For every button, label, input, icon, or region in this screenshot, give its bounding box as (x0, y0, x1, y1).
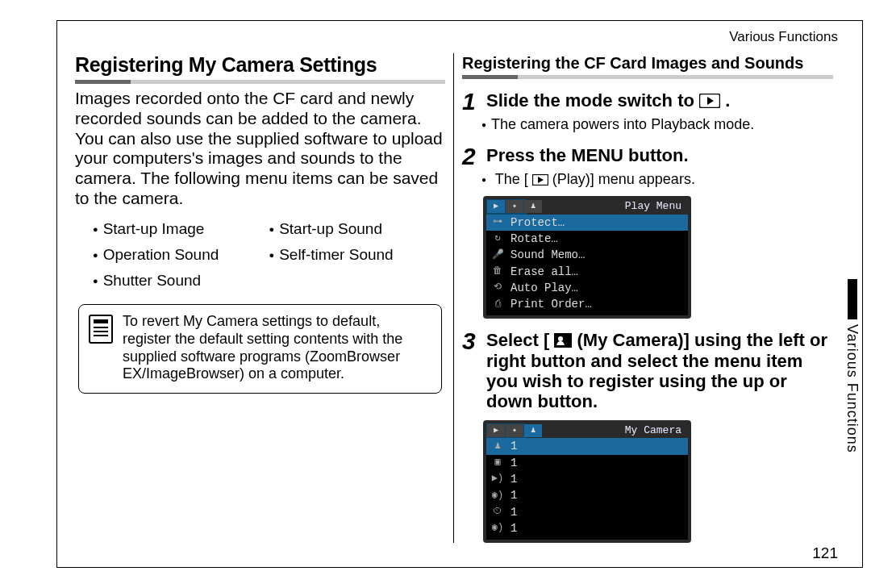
lcd-erase-icon: 🗑 (491, 265, 504, 278)
lcd-my-camera: ▶ ✦ ♟ My Camera ♟1 ▣1 ▶)1 ◉)1 ⏲1 ◉)1 (483, 420, 691, 544)
lcd-row-label: Erase all… (511, 264, 578, 280)
step-title: Press the MENU button. (486, 145, 689, 165)
lcd-row-label: Protect… (511, 215, 565, 231)
lcd-row-label: Auto Play… (511, 280, 578, 296)
lcd-row: 🎤Sound Memo… (486, 247, 688, 263)
step-number: 1 (462, 90, 480, 112)
lcd-row-value: 1 (511, 471, 517, 487)
step-title: Select [ (My Camera)] using the left or … (486, 330, 833, 411)
playback-icon (699, 94, 720, 108)
manual-page: Various Functions Registering My Camera … (0, 0, 871, 588)
step-title-text: Select [ (486, 330, 549, 350)
lcd-mic-icon: 🎤 (491, 248, 504, 262)
list-item: Self-timer Sound (269, 246, 446, 264)
lcd-tab-mycamera-icon: ♟ (524, 200, 542, 213)
list-item: Start-up Sound (269, 220, 446, 238)
step-title-text: . (725, 90, 730, 111)
lcd-autoplay-icon: ⟲ (491, 281, 504, 294)
lcd-row-value: 1 (511, 504, 517, 520)
lcd-row: ◉)1 (486, 487, 688, 503)
lcd-opsnd-icon: ◉) (491, 489, 504, 503)
lcd-row: ♟1 (486, 438, 688, 454)
step-1: 1 Slide the mode switch to . The camera … (462, 90, 833, 134)
step-detail: The camera powers into Playback mode. (481, 115, 833, 134)
side-tab: Various Functions (844, 279, 861, 453)
lcd-row: ⏲1 (486, 504, 688, 520)
lcd-row: ↻Rotate… (486, 231, 688, 247)
lcd-print-icon: ⎙ (491, 298, 504, 311)
side-tab-label: Various Functions (844, 324, 861, 453)
step-3: 3 Select [ (My Camera)] using the left o… (462, 330, 833, 543)
svg-marker-8 (538, 177, 544, 183)
lcd-title: Play Menu (625, 199, 688, 215)
lcd-startsnd-icon: ▶) (491, 472, 504, 486)
two-column-layout: Registering My Camera Settings Images re… (67, 53, 841, 543)
lcd-row: ⊶Protect… (486, 215, 688, 231)
svg-marker-6 (707, 97, 714, 105)
lcd-play-menu: ▶ ✦ ♟ Play Menu ⊶Protect… ↻Rotate… 🎤Soun… (483, 196, 691, 319)
lcd-row: ◉)1 (486, 520, 688, 536)
step-detail-list: The camera powers into Playback mode. (481, 115, 833, 134)
lcd-title: My Camera (625, 423, 688, 439)
detail-text: The [ (495, 171, 528, 187)
step-detail: The [ (Play)] menu appears. (481, 170, 833, 189)
lcd-theme-icon: ♟ (491, 440, 504, 453)
chapter-label: Various Functions (67, 27, 841, 45)
lcd-rotate-icon: ↻ (491, 231, 504, 245)
section-rule (75, 80, 445, 84)
lcd-tab-mycamera-icon: ♟ (524, 424, 542, 437)
note-icon (89, 315, 113, 344)
section-title: Registering My Camera Settings (75, 53, 445, 77)
step-number: 3 (462, 330, 480, 352)
step-number: 2 (462, 145, 480, 167)
svg-rect-1 (94, 319, 108, 323)
intro-text: Images recorded onto the CF card and new… (75, 89, 445, 209)
right-column: Registering the CF Card Images and Sound… (454, 53, 841, 543)
svg-point-10 (558, 336, 563, 341)
step-title: Slide the mode switch to . (486, 90, 730, 111)
mycamera-icon (554, 333, 572, 348)
lcd-row-label: Rotate… (511, 231, 558, 247)
lcd-tab-setup-icon: ✦ (506, 424, 523, 437)
lcd-row-label: Print Order… (511, 296, 592, 312)
lcd-row-value: 1 (511, 487, 517, 503)
lcd-tab-setup-icon: ✦ (506, 200, 523, 213)
note-text: To revert My Camera settings to default,… (123, 313, 431, 384)
lcd-row: ⎙Print Order… (486, 296, 688, 312)
page-number: 121 (812, 544, 838, 562)
lcd-timersnd-icon: ⏲ (491, 505, 504, 519)
step-detail-list: The [ (Play)] menu appears. (481, 170, 833, 189)
subsection-title: Registering the CF Card Images and Sound… (462, 53, 833, 73)
list-item: Start-up Image (93, 220, 269, 238)
lcd-startimg-icon: ▣ (491, 456, 504, 469)
lcd-row-value: 1 (511, 520, 517, 536)
feature-list: Start-up Image Start-up Sound Operation … (93, 220, 445, 290)
lcd-row: ▣1 (486, 455, 688, 471)
detail-text: (Play)] menu appears. (552, 171, 695, 187)
lcd-shuttersnd-icon: ◉) (491, 521, 504, 535)
lcd-tab-play-icon: ▶ (487, 200, 505, 213)
list-item: Shutter Sound (93, 272, 269, 290)
lcd-row-label: Sound Memo… (511, 247, 585, 263)
lcd-row: 🗑Erase all… (486, 264, 688, 280)
list-item: Operation Sound (93, 246, 269, 264)
step-title-text: Slide the mode switch to (486, 90, 699, 111)
lcd-key-icon: ⊶ (491, 215, 504, 229)
step-2: 2 Press the MENU button. The [ (Play)] m… (462, 145, 833, 319)
note-box: To revert My Camera settings to default,… (78, 304, 442, 394)
side-tab-marker (848, 279, 857, 319)
play-menu-icon (532, 174, 548, 186)
content-frame: Various Functions Registering My Camera … (56, 20, 863, 568)
subsection-rule (462, 75, 833, 79)
svg-rect-9 (554, 333, 572, 348)
lcd-tab-play-icon: ▶ (487, 424, 505, 437)
lcd-row: ▶)1 (486, 471, 688, 487)
lcd-row-value: 1 (511, 438, 517, 454)
lcd-row: ⟲Auto Play… (486, 280, 688, 296)
lcd-row-value: 1 (511, 455, 517, 471)
left-column: Registering My Camera Settings Images re… (67, 53, 454, 543)
